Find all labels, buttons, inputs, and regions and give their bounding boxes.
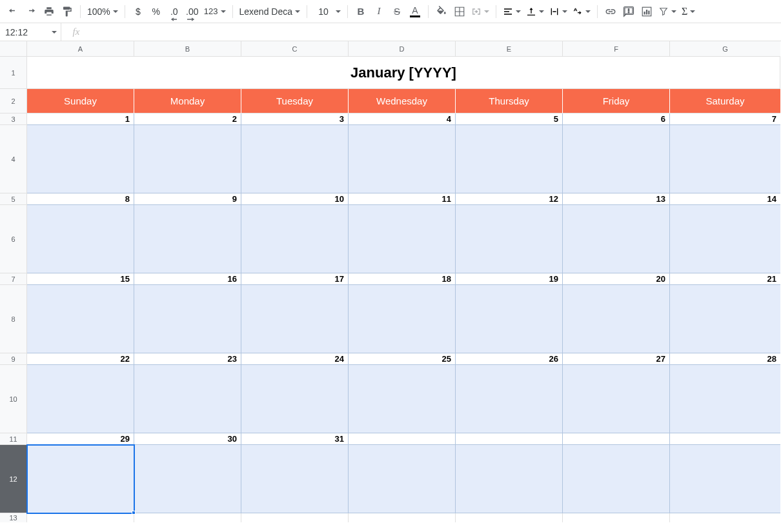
date-cell[interactable]: 20	[563, 273, 670, 285]
filter-dropdown[interactable]	[656, 3, 679, 21]
select-all-corner[interactable]	[0, 41, 27, 57]
cell[interactable]	[27, 285, 134, 353]
redo-button[interactable]	[22, 3, 40, 21]
cell[interactable]	[670, 365, 780, 433]
column-header[interactable]: C	[241, 41, 349, 57]
cell[interactable]	[241, 125, 349, 193]
cell[interactable]	[27, 513, 134, 522]
date-cell[interactable]: 23	[134, 353, 241, 365]
cell[interactable]	[456, 445, 563, 513]
name-box[interactable]: 12:12	[0, 23, 61, 41]
print-button[interactable]	[40, 3, 58, 21]
date-cell[interactable]: 5	[456, 113, 563, 125]
insert-chart-button[interactable]	[638, 3, 656, 21]
date-cell[interactable]: 24	[241, 353, 349, 365]
cell[interactable]	[134, 205, 241, 273]
cell[interactable]	[563, 513, 670, 522]
date-cell[interactable]: 7	[670, 113, 780, 125]
date-cell[interactable]	[349, 433, 456, 445]
row-header[interactable]: 1	[0, 57, 27, 89]
cell[interactable]	[563, 365, 670, 433]
format-percent-button[interactable]: %	[147, 3, 165, 21]
date-cell[interactable]: 2	[134, 113, 241, 125]
cell[interactable]	[349, 513, 456, 522]
cell[interactable]	[27, 205, 134, 273]
cell[interactable]	[456, 513, 563, 522]
text-wrap-dropdown[interactable]	[547, 3, 570, 21]
cell[interactable]	[241, 445, 349, 513]
row-header[interactable]: 10	[0, 365, 27, 433]
row-header[interactable]: 2	[0, 89, 27, 113]
day-header[interactable]: Wednesday	[349, 89, 456, 113]
cell[interactable]	[563, 445, 670, 513]
date-cell[interactable]: 29	[27, 433, 134, 445]
day-header[interactable]: Thursday	[456, 89, 563, 113]
row-header[interactable]: 6	[0, 205, 27, 273]
cell[interactable]	[241, 513, 349, 522]
row-header[interactable]: 7	[0, 273, 27, 285]
cell[interactable]	[456, 365, 563, 433]
date-cell[interactable]	[456, 433, 563, 445]
day-header[interactable]: Friday	[563, 89, 670, 113]
calendar-title-cell[interactable]: January [YYYY]	[27, 57, 780, 89]
date-cell[interactable]: 16	[134, 273, 241, 285]
text-rotation-dropdown[interactable]	[570, 3, 593, 21]
format-currency-button[interactable]: $	[129, 3, 147, 21]
date-cell[interactable]: 13	[563, 193, 670, 205]
cell[interactable]	[349, 125, 456, 193]
fill-color-button[interactable]	[432, 3, 451, 21]
date-cell[interactable]: 25	[349, 353, 456, 365]
day-header[interactable]: Tuesday	[241, 89, 349, 113]
functions-dropdown[interactable]: Σ	[679, 3, 698, 21]
day-header[interactable]: Sunday	[27, 89, 134, 113]
date-cell[interactable]: 3	[241, 113, 349, 125]
borders-button[interactable]	[451, 3, 469, 21]
cell[interactable]	[134, 445, 241, 513]
decrease-decimal-button[interactable]: .0	[165, 3, 183, 21]
date-cell[interactable]: 21	[670, 273, 780, 285]
strikethrough-button[interactable]: S	[388, 3, 406, 21]
cell[interactable]	[241, 285, 349, 353]
cell[interactable]	[241, 205, 349, 273]
font-size-dropdown[interactable]: 10	[311, 3, 343, 21]
date-cell[interactable]: 28	[670, 353, 780, 365]
cell[interactable]	[456, 285, 563, 353]
column-header[interactable]: G	[670, 41, 780, 57]
cell[interactable]	[563, 125, 670, 193]
cell[interactable]	[670, 513, 780, 522]
selection-handle[interactable]	[132, 511, 136, 515]
row-header[interactable]: 3	[0, 113, 27, 125]
date-cell[interactable]: 15	[27, 273, 134, 285]
text-color-button[interactable]: A	[406, 3, 424, 21]
date-cell[interactable]: 27	[563, 353, 670, 365]
bold-button[interactable]: B	[352, 3, 370, 21]
undo-button[interactable]	[4, 3, 22, 21]
row-header[interactable]: 13	[0, 513, 27, 522]
italic-button[interactable]: I	[370, 3, 388, 21]
date-cell[interactable]: 18	[349, 273, 456, 285]
font-family-dropdown[interactable]: Lexend Deca	[237, 3, 303, 21]
cell[interactable]	[456, 125, 563, 193]
cell[interactable]	[563, 285, 670, 353]
date-cell[interactable]	[670, 433, 780, 445]
cell[interactable]	[134, 285, 241, 353]
cell[interactable]	[670, 205, 780, 273]
insert-link-button[interactable]	[602, 3, 620, 21]
date-cell[interactable]	[563, 433, 670, 445]
column-header[interactable]: D	[349, 41, 456, 57]
cell[interactable]	[349, 285, 456, 353]
date-cell[interactable]: 10	[241, 193, 349, 205]
date-cell[interactable]: 1	[27, 113, 134, 125]
cell[interactable]	[349, 365, 456, 433]
date-cell[interactable]: 26	[456, 353, 563, 365]
cell[interactable]	[456, 205, 563, 273]
row-header[interactable]: 11	[0, 433, 27, 445]
cell[interactable]	[349, 205, 456, 273]
date-cell[interactable]: 31	[241, 433, 349, 445]
date-cell[interactable]: 19	[456, 273, 563, 285]
date-cell[interactable]: 14	[670, 193, 780, 205]
paint-format-button[interactable]	[58, 3, 76, 21]
row-header[interactable]: 12	[0, 445, 27, 513]
column-header[interactable]: E	[456, 41, 563, 57]
cell[interactable]	[670, 285, 780, 353]
